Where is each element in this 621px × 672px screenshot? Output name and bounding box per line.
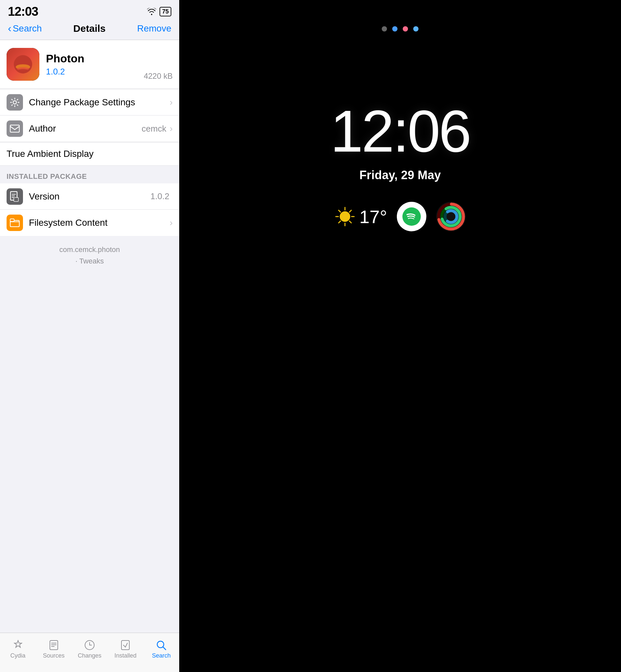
tab-sources[interactable]: Sources xyxy=(36,639,72,659)
app-version: 1.0.2 xyxy=(46,67,144,77)
app-icon xyxy=(7,48,39,81)
author-row[interactable]: Author cemck › xyxy=(0,116,179,142)
lock-screen-time: 12:06 xyxy=(330,97,470,165)
back-button[interactable]: ‹ Search xyxy=(8,22,42,35)
installed-tab-icon xyxy=(120,639,131,651)
gear-icon xyxy=(7,94,23,111)
version-value: 1.0.2 xyxy=(150,191,169,202)
cydia-tab-icon xyxy=(12,639,24,651)
wifi-icon xyxy=(147,8,156,15)
filesystem-label: Filesystem Content xyxy=(29,217,170,228)
page-dot-1 xyxy=(382,26,387,32)
tab-cydia-label: Cydia xyxy=(10,652,26,659)
status-time: 12:03 xyxy=(8,5,38,19)
svg-rect-5 xyxy=(10,125,19,132)
author-label: Author xyxy=(29,123,142,134)
svg-point-21 xyxy=(340,211,350,222)
status-icons: 75 xyxy=(147,7,171,16)
svg-point-19 xyxy=(157,641,164,648)
tab-installed[interactable]: Installed xyxy=(108,639,143,659)
tab-installed-label: Installed xyxy=(115,652,136,659)
svg-rect-12 xyxy=(10,219,14,221)
sources-tab-icon xyxy=(48,639,60,651)
ambient-display-label: True Ambient Display xyxy=(7,149,93,159)
sun-weather-icon xyxy=(334,206,356,227)
page-dot-2 xyxy=(392,26,398,32)
changes-tab-icon xyxy=(84,639,95,651)
tab-search[interactable]: Search xyxy=(143,639,179,659)
filesystem-icon xyxy=(7,215,23,231)
svg-line-27 xyxy=(349,221,351,223)
navigation-bar: ‹ Search Details Remove xyxy=(0,20,179,40)
tab-bar: Cydia Sources xyxy=(0,633,179,672)
installed-section-label: INSTALLED PACKAGE xyxy=(0,166,179,183)
weather-widget: 17° xyxy=(334,206,387,227)
cydia-panel: 12:03 75 ‹ Search xyxy=(0,0,179,672)
back-label: Search xyxy=(13,23,42,34)
temperature-display: 17° xyxy=(360,206,387,227)
app-size-area: 4220 kB xyxy=(144,48,173,81)
tab-changes-label: Changes xyxy=(78,652,101,659)
svg-rect-10 xyxy=(14,198,18,202)
svg-line-26 xyxy=(338,210,340,212)
svg-line-29 xyxy=(338,221,340,223)
version-icon xyxy=(7,188,23,205)
installed-section: Version 1.0.2 Filesystem Content › xyxy=(0,183,179,236)
version-row: Version 1.0.2 xyxy=(0,183,179,210)
tab-search-label: Search xyxy=(152,652,171,659)
svg-point-3 xyxy=(18,69,28,72)
chevron-right-icon: › xyxy=(170,97,173,108)
page-dot-3 xyxy=(403,26,408,32)
filesystem-content-row[interactable]: Filesystem Content › xyxy=(0,210,179,236)
spotify-widget xyxy=(397,202,426,231)
svg-point-30 xyxy=(402,207,421,226)
change-package-label: Change Package Settings xyxy=(29,97,170,108)
lock-screen-widgets: 17° xyxy=(334,202,466,231)
package-category: · Tweaks xyxy=(7,255,173,267)
settings-section: Change Package Settings › Author cemck › xyxy=(0,89,179,142)
change-package-settings-row[interactable]: Change Package Settings › xyxy=(0,89,179,116)
mail-icon xyxy=(7,120,23,137)
svg-point-4 xyxy=(13,101,16,104)
svg-point-36 xyxy=(445,211,457,222)
package-id: com.cemck.photon xyxy=(7,244,173,255)
package-footer: com.cemck.photon · Tweaks xyxy=(0,236,179,275)
version-label: Version xyxy=(29,191,150,202)
battery-indicator: 75 xyxy=(160,7,171,16)
app-header: Photon 1.0.2 4220 kB xyxy=(0,40,179,89)
svg-line-20 xyxy=(163,647,166,650)
app-info: Photon 1.0.2 xyxy=(46,52,144,77)
photon-icon-graphic xyxy=(13,54,33,74)
nav-title: Details xyxy=(73,23,106,34)
lock-screen-panel: 12:06 Friday, 29 May xyxy=(179,0,621,672)
svg-line-28 xyxy=(349,210,351,212)
status-bar: 12:03 75 xyxy=(0,0,179,20)
lock-screen-date: Friday, 29 May xyxy=(360,168,441,182)
tab-sources-label: Sources xyxy=(43,652,65,659)
ambient-display-row: True Ambient Display xyxy=(0,142,179,166)
search-tab-icon xyxy=(155,639,167,651)
tab-cydia[interactable]: Cydia xyxy=(0,639,36,659)
app-size: 4220 kB xyxy=(144,72,173,81)
page-dot-4 xyxy=(413,26,418,32)
chevron-right-icon: › xyxy=(170,217,173,228)
page-dots xyxy=(382,26,418,32)
tab-changes[interactable]: Changes xyxy=(72,639,107,659)
svg-rect-18 xyxy=(121,640,129,650)
remove-button[interactable]: Remove xyxy=(137,23,171,34)
fitness-widget xyxy=(436,202,466,231)
app-name: Photon xyxy=(46,52,144,65)
author-value: cemck xyxy=(142,124,166,134)
chevron-left-icon: ‹ xyxy=(8,22,11,35)
chevron-right-icon: › xyxy=(170,123,173,134)
